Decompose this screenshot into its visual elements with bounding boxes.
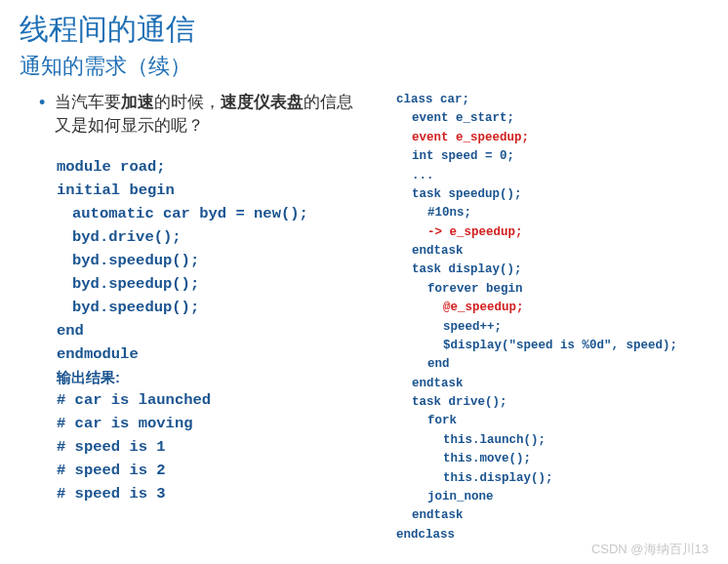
bullet-bold1: 加速 — [121, 93, 154, 111]
code-line: initial begin — [57, 179, 367, 202]
bullet-dot-icon: • — [39, 91, 45, 115]
code-line: fork — [396, 412, 708, 430]
code-line-highlight: -> e_speedup; — [396, 223, 708, 242]
code-line-highlight: @e_speedup; — [396, 299, 708, 317]
bullet-bold2: 速度仪表盘 — [221, 93, 303, 111]
code-line: end — [57, 319, 367, 342]
output-line: # car is moving — [57, 412, 367, 435]
output-line: # car is launched — [57, 388, 367, 412]
right-code-block: class car; event e_start; event e_speedu… — [396, 91, 708, 544]
slide-subtitle: 通知的需求（续） — [20, 52, 708, 81]
code-line: ... — [396, 167, 708, 185]
output-line: # speed is 2 — [57, 459, 367, 482]
code-line: byd.speedup(); — [57, 272, 367, 296]
code-line: byd.speedup(); — [57, 249, 367, 272]
output-line: # speed is 1 — [57, 435, 367, 459]
code-line: this.launch(); — [396, 431, 708, 450]
left-code-block: module road; initial begin automatic car… — [57, 155, 367, 505]
code-line: automatic car byd = new(); — [57, 202, 367, 225]
watermark: CSDN @海纳百川13 — [591, 541, 708, 558]
code-line: event e_start; — [396, 109, 708, 128]
code-line: this.display(); — [396, 469, 708, 488]
code-line: endmodule — [57, 342, 367, 366]
bullet-pre: 当汽车要 — [55, 93, 121, 111]
code-line: task speedup(); — [396, 185, 708, 204]
code-line: join_none — [396, 488, 708, 506]
code-line: task drive(); — [396, 393, 708, 412]
code-line: forever begin — [396, 280, 708, 299]
code-line: endtask — [396, 506, 708, 525]
code-line: #10ns; — [396, 204, 708, 222]
bullet-text: 当汽车要加速的时候，速度仪表盘的信息又是如何显示的呢？ — [55, 91, 367, 138]
code-line: byd.speedup(); — [57, 296, 367, 319]
bullet-item: • 当汽车要加速的时候，速度仪表盘的信息又是如何显示的呢？ — [39, 91, 367, 138]
code-line: speed++; — [396, 318, 708, 337]
code-line-highlight: event e_speedup; — [396, 129, 708, 147]
slide: 线程间的通信 通知的需求（续） • 当汽车要加速的时候，速度仪表盘的信息又是如何… — [0, 0, 728, 554]
code-line: byd.drive(); — [57, 225, 367, 249]
code-line: int speed = 0; — [396, 147, 708, 166]
bullet-mid: 的时候， — [154, 93, 221, 111]
code-line: endtask — [396, 375, 708, 393]
content-row: • 当汽车要加速的时候，速度仪表盘的信息又是如何显示的呢？ module roa… — [20, 91, 708, 544]
code-line: end — [396, 355, 708, 374]
code-line: task display(); — [396, 261, 708, 279]
code-line: $display("speed is %0d", speed); — [396, 337, 708, 355]
code-line: module road; — [57, 155, 367, 179]
output-line: # speed is 3 — [57, 482, 367, 505]
code-line: endtask — [396, 242, 708, 261]
output-label: 输出结果: — [57, 366, 367, 388]
code-line: this.move(); — [396, 450, 708, 468]
left-column: • 当汽车要加速的时候，速度仪表盘的信息又是如何显示的呢？ module roa… — [20, 91, 367, 544]
slide-title: 线程间的通信 — [20, 10, 708, 50]
code-line: class car; — [396, 91, 708, 109]
